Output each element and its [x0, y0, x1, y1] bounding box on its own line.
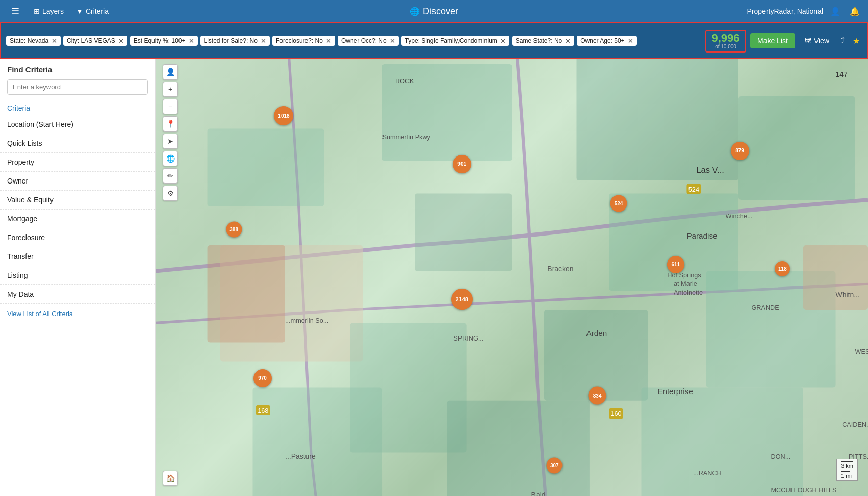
- svg-rect-7: [350, 323, 467, 452]
- criteria-link[interactable]: Criteria: [0, 101, 155, 115]
- map-marker-m4[interactable]: 524: [610, 195, 627, 212]
- map-marker-m11[interactable]: 307: [547, 458, 563, 474]
- svg-text:Bracken: Bracken: [547, 265, 573, 273]
- filter-chip-listed: Listed for Sale?: No✕: [200, 36, 270, 46]
- svg-rect-47: [256, 405, 270, 415]
- person-tool-button[interactable]: 👤: [163, 64, 178, 80]
- scale-bar: 3 km 1 mi: [836, 459, 858, 481]
- svg-text:Antoinette: Antoinette: [674, 289, 703, 296]
- filter-chip-close-type[interactable]: ✕: [500, 38, 506, 44]
- globe-nav-icon: 🌐: [410, 7, 420, 16]
- svg-text:Las V...: Las V...: [696, 165, 724, 174]
- home-tool-button[interactable]: 🏠: [163, 471, 178, 486]
- svg-rect-9: [706, 271, 836, 388]
- sidebar-item-quick-lists[interactable]: Quick Lists: [0, 134, 155, 153]
- svg-text:...mmerlin So...: ...mmerlin So...: [285, 317, 328, 324]
- globe-tool-button[interactable]: 🌐: [163, 151, 178, 166]
- svg-text:GRANDE: GRANDE: [751, 304, 779, 311]
- filter-chip-close-owner_occ[interactable]: ✕: [390, 38, 395, 44]
- svg-rect-13: [208, 245, 285, 343]
- map-left-toolbar: 👤 + − 📍 ➤ 🌐 ✏ ⚙: [163, 64, 178, 201]
- user-label: PropertyRadar, National: [747, 7, 823, 15]
- filter-bar: State: Nevada✕City: LAS VEGAS✕Est Equity…: [0, 22, 868, 59]
- filter-chip-close-same_state[interactable]: ✕: [565, 38, 571, 44]
- svg-text:...Pasture: ...Pasture: [285, 452, 316, 460]
- svg-text:...RANCH: ...RANCH: [693, 469, 722, 477]
- sidebar-item-property[interactable]: Property: [0, 153, 155, 172]
- filter-chip-label-owner_occ: Owner Occ?: No: [341, 37, 387, 44]
- svg-text:CAIDEN...: CAIDEN...: [842, 421, 868, 428]
- svg-text:160: 160: [610, 410, 621, 417]
- svg-text:168: 168: [258, 407, 268, 414]
- filter-chip-close-city[interactable]: ✕: [118, 38, 124, 44]
- filter-chip-label-listed: Listed for Sale?: No: [204, 37, 258, 44]
- search-input[interactable]: [7, 79, 148, 95]
- map-marker-m1[interactable]: 1018: [274, 106, 293, 125]
- map-marker-m6[interactable]: 611: [667, 256, 684, 273]
- svg-text:524: 524: [688, 186, 699, 193]
- zoom-out-button[interactable]: −: [163, 99, 178, 114]
- svg-rect-12: [642, 387, 804, 496]
- svg-text:ROCK: ROCK: [395, 77, 414, 85]
- filter-chip-owner_age: Owner Age: 50+✕: [577, 36, 636, 46]
- criteria-button[interactable]: ▼ Criteria: [71, 4, 114, 18]
- view-all-criteria-link[interactable]: View List of All Criteria: [0, 304, 155, 324]
- hamburger-button[interactable]: ☰: [6, 3, 24, 20]
- map-marker-m10[interactable]: 834: [589, 386, 606, 404]
- svg-rect-2: [208, 128, 324, 206]
- filter-chip-close-equity[interactable]: ✕: [189, 38, 194, 44]
- map-container[interactable]: Las V... Paradise Bracken Arden Enterpri…: [156, 59, 868, 496]
- location-tool-button[interactable]: ➤: [163, 134, 178, 149]
- sidebar-item-location[interactable]: Location (Start Here): [0, 115, 155, 134]
- filter-chip-close-foreclosure[interactable]: ✕: [326, 38, 331, 44]
- svg-text:SPRING...: SPRING...: [453, 335, 483, 342]
- svg-text:Winche...: Winche...: [726, 213, 753, 220]
- filter-chip-foreclosure: Foreclosure?: No✕: [272, 36, 335, 46]
- view-button[interactable]: 🗺 View: [799, 34, 834, 48]
- home-button-container: 🏠: [163, 471, 178, 486]
- filter-chip-close-listed[interactable]: ✕: [261, 38, 266, 44]
- nav-center: 🌐 Discover: [410, 6, 458, 17]
- make-list-button[interactable]: Make List: [750, 33, 795, 48]
- settings-tool-button[interactable]: ⚙: [163, 186, 178, 201]
- pin-tool-button[interactable]: 📍: [163, 116, 178, 132]
- person-icon-button[interactable]: 👤: [828, 5, 843, 18]
- count-main: 9,996: [711, 33, 740, 44]
- filter-chip-state: State: Nevada✕: [6, 36, 61, 46]
- filter-chip-label-same_state: Same State?: No: [516, 37, 562, 44]
- scale-line-3km: [841, 461, 853, 462]
- filter-chip-close-owner_age[interactable]: ✕: [628, 38, 633, 44]
- sidebar-item-listing[interactable]: Listing: [0, 266, 155, 285]
- svg-rect-49: [609, 408, 623, 419]
- nav-left: ☰ ⊞ Layers ▼ Criteria: [6, 3, 114, 20]
- map-marker-m3[interactable]: 879: [731, 142, 749, 160]
- svg-text:Summerlin Pkwy: Summerlin Pkwy: [382, 134, 431, 141]
- sidebar-item-my-data[interactable]: My Data: [0, 285, 155, 304]
- sidebar-item-mortgage[interactable]: Mortgage: [0, 210, 155, 228]
- filter-chip-city: City: LAS VEGAS✕: [63, 36, 127, 46]
- svg-rect-10: [253, 387, 382, 496]
- pencil-tool-button[interactable]: ✏: [163, 168, 178, 184]
- layers-label: Layers: [42, 7, 64, 15]
- map-marker-m7[interactable]: 118: [775, 261, 790, 276]
- filter-chip-close-state[interactable]: ✕: [52, 38, 57, 44]
- svg-text:MCCULLOUGH HILLS: MCCULLOUGH HILLS: [771, 487, 837, 494]
- map-marker-m2[interactable]: 901: [453, 155, 471, 173]
- svg-rect-4: [220, 245, 363, 362]
- svg-rect-11: [447, 401, 590, 496]
- alert-icon-button[interactable]: 🔔: [848, 5, 862, 18]
- share-button[interactable]: ⤴: [838, 34, 847, 47]
- filter-chip-label-equity: Est Equity %: 100+: [134, 37, 186, 44]
- zoom-in-button[interactable]: +: [163, 82, 178, 97]
- svg-rect-6: [609, 193, 738, 291]
- sidebar-item-owner[interactable]: Owner: [0, 172, 155, 191]
- map-marker-m5[interactable]: 388: [226, 222, 242, 238]
- map-marker-m9[interactable]: 970: [253, 369, 272, 387]
- sidebar-item-value-equity[interactable]: Value & Equity: [0, 191, 155, 210]
- sidebar-item-foreclosure[interactable]: Foreclosure: [0, 228, 155, 247]
- layers-button[interactable]: ⊞ Layers: [29, 4, 69, 18]
- map-marker-m8[interactable]: 2148: [451, 289, 473, 310]
- sidebar-item-transfer[interactable]: Transfer: [0, 247, 155, 266]
- star-button[interactable]: ★: [851, 34, 862, 48]
- svg-rect-14: [803, 245, 868, 310]
